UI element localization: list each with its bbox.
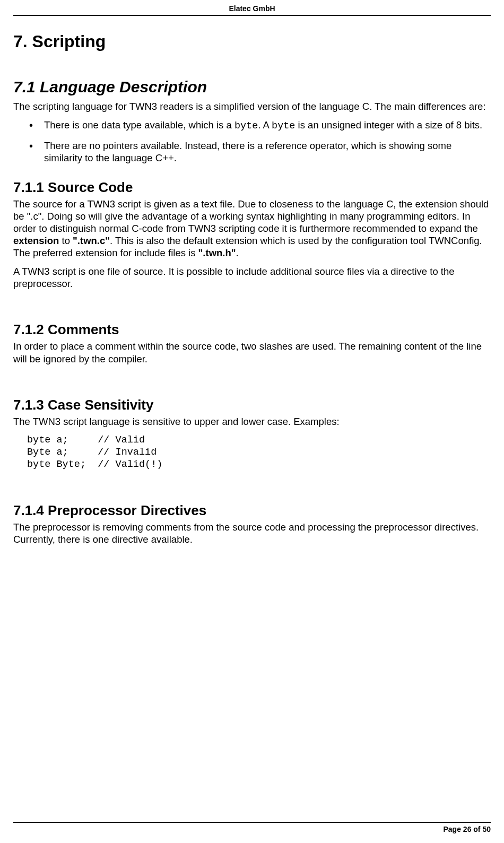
- bullet-1: There is one data type available, which …: [13, 119, 491, 132]
- page-number: Page 26 of 50: [444, 825, 491, 833]
- page-header: Elatec GmbH: [13, 0, 491, 16]
- bullet-1-code-2: byte: [272, 120, 295, 132]
- bullet-1-text-c: is an unsigned integer with a size of 8 …: [295, 119, 482, 131]
- section-7-1-bullets: There is one data type available, which …: [13, 119, 491, 164]
- section-7-1-3-heading: 7.1.3 Case Sensitivity: [13, 397, 491, 413]
- section-7-1-2-p1: In order to place a comment within the s…: [13, 340, 491, 364]
- section-7-1-2-heading: 7.1.2 Comments: [13, 321, 491, 338]
- section-7-1-1-heading: 7.1.1 Source Code: [13, 179, 491, 196]
- p1-part-c: to: [59, 235, 73, 246]
- company-name: Elatec GmbH: [229, 4, 275, 13]
- p1-part-e: .: [236, 247, 239, 258]
- bullet-2: There are no pointers available. Instead…: [13, 140, 491, 164]
- chapter-heading: 7. Scripting: [13, 32, 491, 51]
- section-7-1-intro: The scripting language for TWN3 readers …: [13, 100, 491, 112]
- bullet-1-text-a: There is one data type available, which …: [44, 119, 234, 131]
- section-7-1-heading: 7.1 Language Description: [13, 78, 491, 96]
- bullet-1-text-b: . A: [258, 119, 272, 131]
- section-7-1-1-p1: The source for a TWN3 script is given as…: [13, 198, 491, 259]
- p1-bold-extension: extension: [13, 235, 59, 246]
- p1-part-a: The source for a TWN3 script is given as…: [13, 198, 489, 234]
- section-7-1-1-p2: A TWN3 script is one file of source. It …: [13, 265, 491, 290]
- page-content: 7. Scripting 7.1 Language Description Th…: [13, 16, 491, 545]
- p1-bold-twn-h: ".twn.h": [198, 247, 236, 258]
- page-footer: Page 26 of 50: [13, 822, 491, 833]
- section-7-1-4-p1: The preprocessor is removing comments fr…: [13, 521, 491, 545]
- p1-bold-twn-c: ".twn.c": [73, 235, 110, 246]
- code-example-case-sensitivity: byte a; // Valid Byte a; // Invalid byte…: [27, 434, 491, 471]
- section-7-1-3-p1: The TWN3 script language is sensitive to…: [13, 415, 491, 428]
- bullet-1-code-1: byte: [234, 120, 258, 132]
- section-7-1-4-heading: 7.1.4 Preprocessor Directives: [13, 502, 491, 519]
